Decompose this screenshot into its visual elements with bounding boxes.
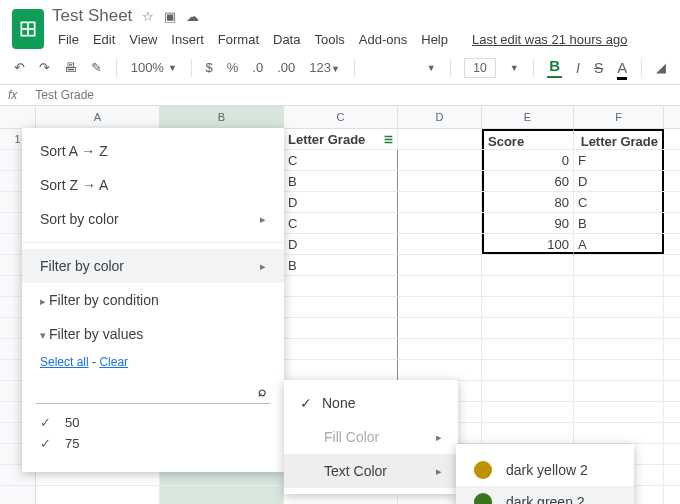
cell[interactable] — [398, 360, 482, 380]
cell[interactable] — [398, 150, 482, 170]
cell[interactable] — [398, 129, 482, 149]
row-header[interactable] — [0, 486, 36, 504]
col-header-b[interactable]: B — [160, 106, 284, 128]
strike-button[interactable]: S — [594, 60, 603, 76]
cell[interactable] — [574, 318, 664, 338]
col-header-d[interactable]: D — [398, 106, 482, 128]
select-all-link[interactable]: Select all — [40, 355, 89, 369]
paint-format-icon[interactable]: ✎ — [91, 60, 102, 75]
dec-decrease-button[interactable]: .0 — [252, 60, 263, 75]
cell[interactable] — [482, 255, 574, 275]
cell[interactable] — [574, 255, 664, 275]
menu-format[interactable]: Format — [212, 28, 265, 51]
cell[interactable] — [574, 297, 664, 317]
cell[interactable]: C — [284, 150, 398, 170]
cell[interactable]: F — [574, 150, 664, 170]
sort-za[interactable]: Sort Z → A — [22, 168, 284, 202]
cell[interactable] — [574, 381, 664, 401]
text-color-button[interactable]: A — [617, 59, 627, 76]
menu-insert[interactable]: Insert — [165, 28, 210, 51]
cell[interactable] — [574, 423, 664, 443]
last-edit[interactable]: Last edit was 21 hours ago — [466, 28, 633, 51]
cell[interactable] — [482, 402, 574, 422]
filter-search-input[interactable]: ⌕ — [36, 379, 270, 404]
move-icon[interactable]: ▣ — [164, 9, 176, 24]
font-select[interactable]: ▼ — [369, 63, 436, 73]
cell[interactable] — [482, 276, 574, 296]
cell[interactable]: Score — [482, 129, 574, 149]
menu-data[interactable]: Data — [267, 28, 306, 51]
filter-by-condition[interactable]: ▸ Filter by condition — [22, 283, 284, 317]
cell[interactable]: D — [284, 192, 398, 212]
cell[interactable] — [482, 381, 574, 401]
bold-button[interactable]: B — [547, 57, 562, 78]
col-header-c[interactable]: C — [284, 106, 398, 128]
cloud-icon[interactable]: ☁ — [186, 9, 199, 24]
cell[interactable] — [398, 213, 482, 233]
menu-view[interactable]: View — [123, 28, 163, 51]
cell[interactable]: D — [284, 234, 398, 254]
cell[interactable] — [398, 171, 482, 191]
cell[interactable] — [574, 360, 664, 380]
cell[interactable]: B — [574, 213, 664, 233]
cell[interactable] — [398, 339, 482, 359]
cell[interactable] — [574, 402, 664, 422]
select-all-corner[interactable] — [0, 106, 36, 128]
cell[interactable]: 80 — [482, 192, 574, 212]
cell[interactable]: 60 — [482, 171, 574, 191]
cell[interactable] — [482, 339, 574, 359]
cell[interactable]: A — [574, 234, 664, 254]
menu-addons[interactable]: Add-ons — [353, 28, 413, 51]
col-header-a[interactable]: A — [36, 106, 160, 128]
cell[interactable] — [284, 339, 398, 359]
cell[interactable] — [482, 360, 574, 380]
menu-tools[interactable]: Tools — [308, 28, 350, 51]
filter-by-color[interactable]: Filter by color▸ — [22, 249, 284, 283]
cell[interactable] — [284, 276, 398, 296]
currency-button[interactable]: $ — [206, 60, 213, 75]
menu-edit[interactable]: Edit — [87, 28, 121, 51]
italic-button[interactable]: I — [576, 60, 580, 76]
dec-increase-button[interactable]: .00 — [277, 60, 295, 75]
cell[interactable] — [284, 297, 398, 317]
cell[interactable] — [284, 318, 398, 338]
star-icon[interactable]: ☆ — [142, 9, 154, 24]
filter-value-75[interactable]: ✓75 — [22, 433, 284, 454]
fx-value[interactable]: Test Grade — [35, 88, 94, 102]
redo-icon[interactable]: ↷ — [39, 60, 50, 75]
cell[interactable] — [482, 423, 574, 443]
cell[interactable] — [398, 297, 482, 317]
cell[interactable] — [284, 360, 398, 380]
cell[interactable]: C — [284, 213, 398, 233]
cell[interactable]: C — [574, 192, 664, 212]
cell[interactable]: 90 — [482, 213, 574, 233]
sort-az[interactable]: Sort A → Z — [22, 134, 284, 168]
filter-value-50[interactable]: ✓50 — [22, 412, 284, 433]
color-option[interactable]: dark yellow 2 — [456, 454, 634, 486]
doc-title[interactable]: Test Sheet — [52, 6, 132, 26]
fill-color-button[interactable]: ◢ — [656, 60, 666, 75]
cell[interactable] — [574, 276, 664, 296]
cell[interactable] — [398, 255, 482, 275]
fontsize-input[interactable]: 10 — [464, 58, 495, 78]
cell[interactable]: B — [284, 255, 398, 275]
color-option[interactable]: dark green 2 — [456, 486, 634, 504]
color-text[interactable]: Text Color▸ — [284, 454, 458, 488]
sort-by-color[interactable]: Sort by color▸ — [22, 202, 284, 236]
filter-by-values[interactable]: ▾ Filter by values — [22, 317, 284, 351]
cell[interactable]: 0 — [482, 150, 574, 170]
color-none[interactable]: ✓None — [284, 386, 458, 420]
cell[interactable] — [574, 339, 664, 359]
number-format-button[interactable]: 123▼ — [309, 60, 340, 75]
cell[interactable]: D — [574, 171, 664, 191]
cell[interactable] — [398, 318, 482, 338]
col-header-f[interactable]: F — [574, 106, 664, 128]
cell[interactable] — [36, 486, 160, 504]
undo-icon[interactable]: ↶ — [14, 60, 25, 75]
cell[interactable] — [398, 234, 482, 254]
cell[interactable] — [482, 318, 574, 338]
cell[interactable]: B — [284, 171, 398, 191]
cell[interactable] — [482, 297, 574, 317]
cell[interactable] — [398, 276, 482, 296]
menu-help[interactable]: Help — [415, 28, 454, 51]
